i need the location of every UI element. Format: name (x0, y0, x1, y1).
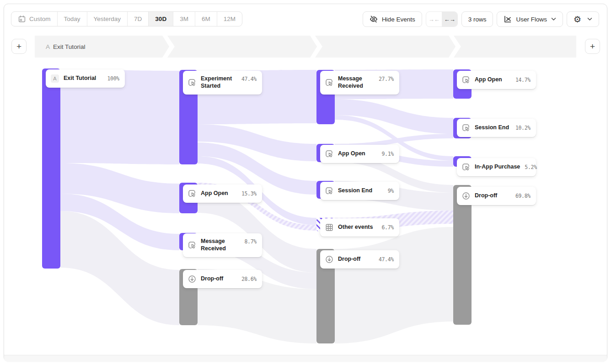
node-label: App Open (338, 150, 377, 158)
flow-node-message-received-c3[interactable]: Message Received 27.7% (320, 71, 399, 95)
node-label: Drop-off (201, 275, 237, 283)
drop-off-icon (325, 255, 333, 264)
event-icon (188, 241, 196, 249)
badge-letter: A (53, 76, 56, 81)
date-range-today[interactable]: Today (57, 12, 87, 26)
step-a-label[interactable]: A Exit Tutorial (46, 36, 86, 58)
step-separator-chevron (310, 36, 322, 58)
flow-bar-drop-off-c4[interactable] (453, 185, 472, 325)
step-event-name: Exit Tutorial (53, 43, 86, 50)
add-step-right-button[interactable]: + (585, 39, 600, 54)
date-range-custom[interactable]: Custom (11, 12, 57, 26)
collapse-spacing-button[interactable]: →← (426, 12, 442, 26)
node-percent: 100% (107, 75, 120, 82)
date-range-toolbar: Custom Today Yesterday 7D 30D 3M 6M 12M (11, 11, 242, 26)
settings-button[interactable]: ⚙ (567, 11, 599, 27)
node-percent: 9% (388, 188, 394, 194)
drop-off-icon (462, 192, 470, 200)
gear-icon: ⚙ (573, 15, 581, 24)
event-icon (462, 163, 470, 171)
date-range-30d[interactable]: 30D (148, 12, 173, 26)
date-range-yesterday[interactable]: Yesterday (87, 12, 128, 26)
expand-spacing-button[interactable]: ←→ (442, 12, 457, 26)
calendar-icon (18, 15, 26, 23)
node-label: Message Received (201, 238, 240, 252)
date-range-group: Custom Today Yesterday 7D 30D 3M 6M 12M (11, 11, 242, 26)
node-label: Session End (338, 187, 383, 195)
node-percent: 69.8% (515, 193, 531, 199)
node-label: Drop-off (338, 256, 374, 263)
date-range-7d[interactable]: 7D (127, 12, 148, 26)
flow-node-drop-off-c4[interactable]: Drop-off 69.8% (457, 187, 536, 205)
date-range-label: 30D (155, 16, 166, 22)
node-label: In-App Purchase (475, 164, 520, 171)
date-range-3m[interactable]: 3M (173, 12, 195, 26)
event-icon (188, 190, 196, 198)
step-separator-chevron (449, 36, 461, 58)
flow-node-message-received-c2[interactable]: Message Received 8.7% (183, 233, 262, 257)
node-label: Experiment Started (201, 75, 237, 90)
flow-node-drop-off-c3[interactable]: Drop-off 47.4% (320, 250, 399, 269)
flows-chart-icon (504, 15, 512, 23)
flow-node-session-end-c4[interactable]: Session End 10.2% (457, 119, 536, 137)
date-range-label: Custom (29, 16, 51, 22)
user-flows-page: Custom Today Yesterday 7D 30D 3M 6M 12M … (0, 0, 611, 364)
node-label: Session End (475, 124, 511, 132)
node-label: Drop-off (475, 192, 511, 200)
date-range-label: 12M (224, 16, 236, 22)
chevron-down-icon (587, 17, 592, 21)
node-percent: 47.4% (241, 76, 257, 82)
plus-icon: + (16, 42, 21, 52)
flow-node-exit-tutorial[interactable]: A Exit Tutorial 100% (46, 69, 125, 88)
eye-off-icon (370, 15, 378, 23)
flow-bar-exit-tutorial[interactable] (42, 69, 60, 269)
node-percent: 27.7% (379, 76, 394, 82)
view-toolbar: Hide Events →← ←→ 3 rows User Flows ⚙ (363, 11, 599, 27)
node-percent: 5.2% (525, 164, 537, 170)
add-step-left-button[interactable]: + (11, 39, 27, 54)
flow-node-app-open-c4[interactable]: App Open 14.7% (457, 71, 536, 89)
bottom-scrollbar-strip[interactable] (4, 355, 607, 362)
rows-label: 3 rows (468, 16, 487, 23)
arrows-outward-icon: ←→ (444, 16, 455, 23)
flow-node-app-open-c2[interactable]: App Open 15.3% (183, 185, 262, 203)
view-selector-button[interactable]: User Flows (497, 11, 563, 27)
flow-node-drop-off-c2[interactable]: Drop-off 28.6% (183, 270, 262, 288)
drop-off-icon (188, 275, 196, 283)
flow-node-other-events-c3[interactable]: Other events 6.7% (320, 218, 399, 237)
event-icon (188, 79, 196, 87)
flow-node-app-open-c3[interactable]: App Open 9.1% (320, 145, 399, 163)
node-percent: 28.6% (241, 276, 257, 282)
flow-node-experiment-started[interactable]: Experiment Started 47.4% (183, 71, 262, 95)
node-percent: 10.2% (515, 125, 531, 131)
hide-events-label: Hide Events (382, 16, 415, 23)
event-icon (462, 124, 470, 132)
event-icon (462, 76, 470, 84)
rows-button[interactable]: 3 rows (461, 11, 493, 27)
step-a-badge: A (51, 74, 59, 83)
node-label: Exit Tutorial (64, 75, 103, 82)
date-range-label: 7D (134, 16, 142, 22)
steps-band: A Exit Tutorial (35, 36, 576, 58)
node-percent: 14.7% (515, 77, 531, 83)
grid-icon (325, 223, 333, 232)
node-label: App Open (201, 190, 237, 197)
plus-icon: + (590, 42, 595, 52)
flow-node-in-app-purchase-c4[interactable]: In-App Purchase 5.2% (457, 158, 536, 176)
hide-events-button[interactable]: Hide Events (363, 11, 422, 27)
node-label: Message Received (338, 75, 374, 90)
arrows-inward-icon: →← (429, 16, 439, 23)
date-range-label: Yesterday (94, 16, 121, 22)
flow-node-session-end-c3[interactable]: Session End 9% (320, 182, 399, 200)
node-label: Other events (338, 224, 377, 231)
date-range-label: 6M (202, 16, 210, 22)
node-percent: 9.1% (382, 151, 394, 157)
date-range-12m[interactable]: 12M (217, 12, 242, 26)
date-range-6m[interactable]: 6M (195, 12, 217, 26)
node-percent: 15.3% (241, 190, 257, 197)
chevron-down-icon (551, 17, 556, 21)
step-letter: A (46, 43, 50, 50)
view-selector-label: User Flows (516, 16, 547, 23)
event-icon (325, 150, 333, 158)
node-percent: 6.7% (382, 224, 394, 231)
